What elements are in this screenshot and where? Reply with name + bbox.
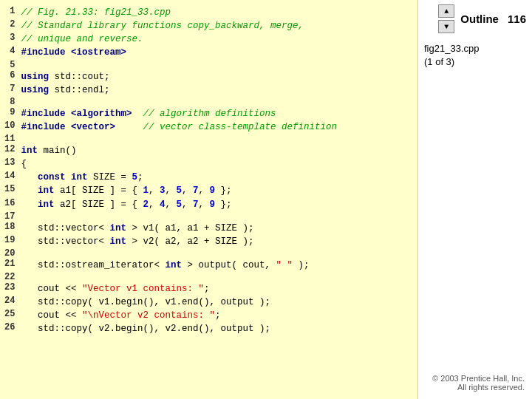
line-code: { <box>21 157 413 171</box>
table-row: 15 int a1[ SIZE ] = { 1, 3, 5, 7, 9 }; <box>4 184 413 197</box>
table-row: 3// unique and reverse. <box>4 33 413 46</box>
table-row: 13{ <box>4 157 413 171</box>
table-row: 16 int a2[ SIZE ] = { 2, 4, 5, 7, 9 }; <box>4 198 413 211</box>
line-number: 20 <box>4 248 21 259</box>
line-code: int main() <box>21 144 413 157</box>
line-code: using std::cout; <box>21 70 413 83</box>
line-number: 13 <box>4 157 21 171</box>
line-code: const int SIZE = 5; <box>21 171 413 184</box>
line-number: 3 <box>4 33 21 46</box>
line-number: 22 <box>4 272 21 282</box>
line-code: // unique and reverse. <box>21 33 413 46</box>
line-code: using std::endl; <box>21 83 413 97</box>
line-code <box>21 272 413 282</box>
line-number: 24 <box>4 296 21 309</box>
table-row: 21 std::ostream_iterator< int > output( … <box>4 259 413 272</box>
line-number: 6 <box>4 70 21 83</box>
line-number: 2 <box>4 19 21 33</box>
line-number: 4 <box>4 46 21 59</box>
table-row: 26 std::copy( v2.begin(), v2.end(), outp… <box>4 322 413 335</box>
table-row: 10#include <vector> // vector class-temp… <box>4 120 413 134</box>
line-number: 15 <box>4 184 21 197</box>
outline-label: Outline <box>460 13 499 25</box>
code-area: 1// Fig. 21.33: fig21_33.cpp2// Standard… <box>0 0 417 399</box>
page-number: 116 <box>508 13 526 25</box>
line-number: 8 <box>4 97 21 107</box>
line-code <box>21 211 413 222</box>
line-number: 12 <box>4 144 21 157</box>
line-number: 18 <box>4 222 21 235</box>
line-code: #include <iostream> <box>21 46 413 59</box>
line-code: // Standard library functions copy_backw… <box>21 19 413 33</box>
table-row: 2// Standard library functions copy_back… <box>4 19 413 33</box>
line-number: 5 <box>4 60 21 70</box>
line-number: 9 <box>4 107 21 120</box>
table-row: 1// Fig. 21.33: fig21_33.cpp <box>4 6 413 19</box>
line-code <box>21 60 413 70</box>
line-code: // Fig. 21.33: fig21_33.cpp <box>21 6 413 19</box>
nav-up-button[interactable]: ▲ <box>438 4 454 18</box>
line-code <box>21 134 413 144</box>
sidebar-top: ▲ ▼ Outline 116 <box>424 4 526 33</box>
table-row: 7using std::endl; <box>4 83 413 97</box>
line-code: std::copy( v2.begin(), v2.end(), output … <box>21 322 413 335</box>
line-code: std::vector< int > v1( a1, a1 + SIZE ); <box>21 222 413 235</box>
table-row: 14 const int SIZE = 5; <box>4 171 413 184</box>
table-row: 6using std::cout; <box>4 70 413 83</box>
line-code: int a1[ SIZE ] = { 1, 3, 5, 7, 9 }; <box>21 184 413 197</box>
line-number: 26 <box>4 322 21 335</box>
sidebar: ▲ ▼ Outline 116 fig21_33.cpp(1 of 3) <box>417 0 532 399</box>
table-row: 25 cout << "\nVector v2 contains: "; <box>4 309 413 322</box>
line-code: std::vector< int > v2( a2, a2 + SIZE ); <box>21 235 413 248</box>
table-row: 24 std::copy( v1.begin(), v1.end(), outp… <box>4 296 413 309</box>
line-number: 1 <box>4 6 21 19</box>
line-number: 21 <box>4 259 21 272</box>
table-row: 4#include <iostream> <box>4 46 413 59</box>
table-row: 20 <box>4 248 413 259</box>
table-row: 23 cout << "Vector v1 contains: "; <box>4 282 413 296</box>
table-row: 17 <box>4 211 413 222</box>
line-number: 17 <box>4 211 21 222</box>
line-code: cout << "Vector v1 contains: "; <box>21 282 413 296</box>
table-row: 22 <box>4 272 413 282</box>
copyright-line2: All rights reserved. <box>432 383 525 392</box>
line-code: std::ostream_iterator< int > output( cou… <box>21 259 413 272</box>
table-row: 8 <box>4 97 413 107</box>
table-row: 12int main() <box>4 144 413 157</box>
line-code <box>21 97 413 107</box>
table-row: 5 <box>4 60 413 70</box>
copyright-line1: © 2003 Prentice Hall, Inc. <box>432 374 525 383</box>
line-code: int a2[ SIZE ] = { 2, 4, 5, 7, 9 }; <box>21 198 413 211</box>
line-number: 7 <box>4 83 21 97</box>
line-code: std::copy( v1.begin(), v1.end(), output … <box>21 296 413 309</box>
slide-info: fig21_33.cpp(1 of 3) <box>424 42 479 69</box>
line-number: 25 <box>4 309 21 322</box>
line-code: cout << "\nVector v2 contains: "; <box>21 309 413 322</box>
table-row: 19 std::vector< int > v2( a2, a2 + SIZE … <box>4 235 413 248</box>
line-number: 19 <box>4 235 21 248</box>
nav-buttons: ▲ ▼ <box>438 4 454 33</box>
line-number: 10 <box>4 120 21 134</box>
copyright: © 2003 Prentice Hall, Inc. All rights re… <box>432 374 525 392</box>
line-number: 14 <box>4 171 21 184</box>
main-container: 1// Fig. 21.33: fig21_33.cpp2// Standard… <box>0 0 532 399</box>
line-number: 16 <box>4 198 21 211</box>
nav-down-button[interactable]: ▼ <box>438 20 454 33</box>
code-table: 1// Fig. 21.33: fig21_33.cpp2// Standard… <box>4 6 413 336</box>
table-row: 9#include <algorithm> // algorithm defin… <box>4 107 413 120</box>
line-number: 11 <box>4 134 21 144</box>
line-code: #include <algorithm> // algorithm defini… <box>21 107 413 120</box>
line-code: #include <vector> // vector class-templa… <box>21 120 413 134</box>
line-number: 23 <box>4 282 21 296</box>
table-row: 11 <box>4 134 413 144</box>
table-row: 18 std::vector< int > v1( a1, a1 + SIZE … <box>4 222 413 235</box>
line-code <box>21 248 413 259</box>
